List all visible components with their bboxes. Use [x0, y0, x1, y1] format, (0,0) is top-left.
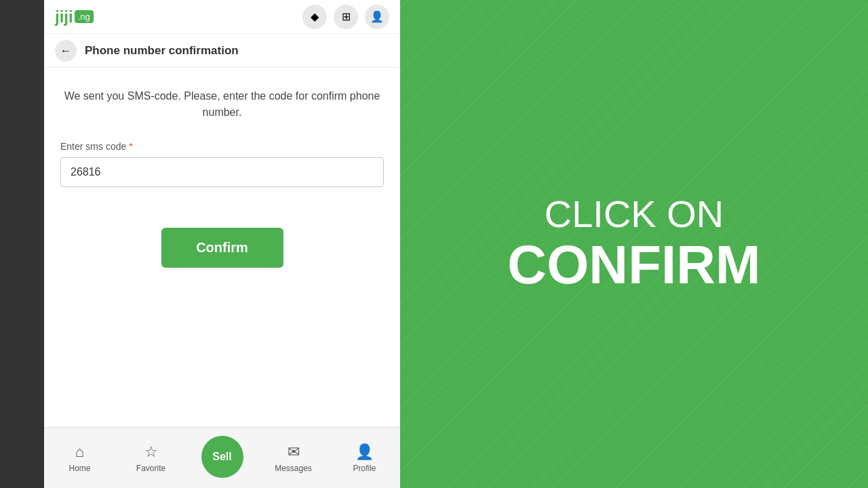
user-avatar-icon[interactable]: 👤 — [365, 5, 389, 29]
phone-border — [0, 0, 44, 488]
nav-messages[interactable]: ✉ Messages — [258, 443, 329, 473]
phone-panel: jiji .ng ◆ ⊞ 👤 ← Phone number confirmati… — [0, 0, 400, 488]
cta-line2: CONFIRM — [507, 235, 760, 295]
profile-icon: 👤 — [355, 443, 374, 461]
favorite-label: Favorite — [136, 464, 165, 473]
bottom-nav: ⌂ Home ☆ Favorite Sell ✉ Messages 👤 Prof… — [44, 427, 400, 488]
sms-code-label: Enter sms code * — [60, 141, 384, 152]
phone-screen: jiji .ng ◆ ⊞ 👤 ← Phone number confirmati… — [44, 0, 400, 488]
sms-code-group: Enter sms code * — [60, 141, 384, 187]
sms-description: We sent you SMS-code. Please, enter the … — [60, 88, 384, 121]
cta-line1: CLICK ON — [507, 193, 760, 235]
nav-sell[interactable]: Sell — [186, 436, 258, 481]
messages-icon: ✉ — [288, 443, 300, 461]
logo-text: jiji — [55, 7, 73, 26]
favorite-icon: ☆ — [144, 443, 158, 461]
required-star: * — [129, 141, 132, 152]
diamond-icon[interactable]: ◆ — [302, 5, 327, 29]
sell-button[interactable]: Sell — [201, 436, 243, 478]
top-bar: jiji .ng ◆ ⊞ 👤 — [44, 0, 400, 34]
main-content: We sent you SMS-code. Please, enter the … — [44, 68, 400, 427]
nav-profile[interactable]: 👤 Profile — [329, 443, 400, 473]
nav-home[interactable]: ⌂ Home — [44, 443, 115, 473]
top-icons: ◆ ⊞ 👤 — [302, 5, 389, 29]
grid-icon[interactable]: ⊞ — [334, 5, 358, 29]
back-button[interactable]: ← — [55, 40, 77, 62]
home-label: Home — [68, 464, 90, 473]
header-bar: ← Phone number confirmation — [44, 34, 400, 68]
nav-favorite[interactable]: ☆ Favorite — [115, 443, 186, 473]
messages-label: Messages — [275, 464, 312, 473]
cta-container: CLICK ON CONFIRM — [507, 193, 760, 295]
confirm-button[interactable]: Confirm — [161, 228, 283, 268]
green-panel: CLICK ON CONFIRM — [400, 0, 868, 488]
profile-label: Profile — [353, 464, 376, 473]
logo-domain: .ng — [75, 10, 94, 23]
logo: jiji .ng — [55, 7, 94, 26]
page-title: Phone number confirmation — [85, 44, 239, 58]
sms-code-input[interactable] — [60, 157, 384, 187]
home-icon: ⌂ — [75, 443, 84, 461]
sell-label: Sell — [212, 451, 231, 463]
